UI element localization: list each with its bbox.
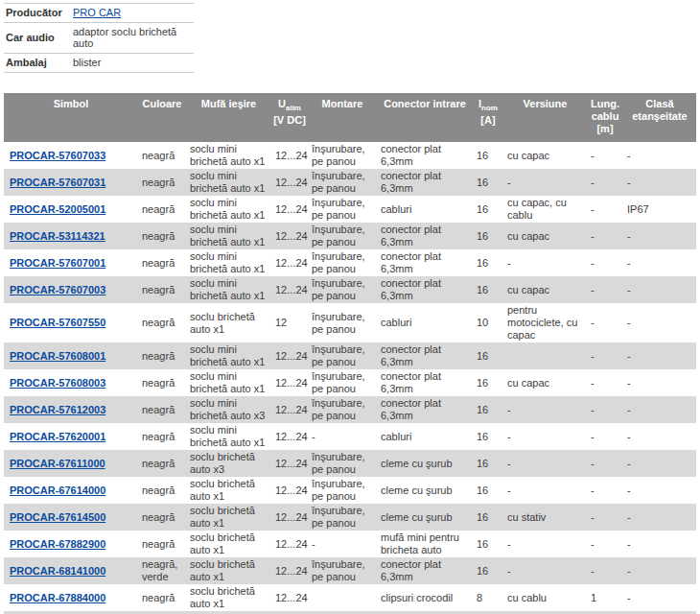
cell-culoare: neagră: [138, 276, 186, 303]
cell-mufa: soclu mini brichetă auto x1: [186, 423, 271, 450]
product-link[interactable]: PROCAR-67882900: [10, 538, 105, 550]
cell-conector: conector plat 6,3mm: [377, 276, 473, 303]
cell-montare: înşurubare, pe panou: [308, 142, 377, 169]
cell-clasa: -: [623, 223, 696, 249]
cell-versiune: cu capac: [503, 223, 587, 249]
cell-mufa: soclu brichetă auto x1: [186, 477, 271, 504]
product-link[interactable]: PROCAR-57612003: [10, 404, 105, 415]
cell-conector: mufă mini pentru bricheta auto: [377, 531, 473, 557]
cell-clasa: -: [623, 169, 696, 196]
product-link[interactable]: PROCAR-52005001: [10, 203, 105, 215]
cell-culoare: neagră: [138, 477, 186, 504]
product-link[interactable]: PROCAR-57608003: [10, 377, 105, 389]
cell-montare: înşurubare, pe panou: [308, 342, 377, 369]
cell-inom: 16: [473, 531, 503, 557]
product-link[interactable]: PROCAR-57607003: [10, 284, 105, 295]
table-row: PROCAR-57607550neagrăsoclu brichetă auto…: [4, 303, 696, 342]
cell-montare: înşurubare, pe panou: [308, 504, 377, 531]
cell-mufa: soclu mini brichetă auto x1: [186, 276, 271, 303]
cell-inom: 16: [473, 396, 503, 423]
cell-inom: 16: [473, 504, 503, 531]
col-header-inom: Inom[A]: [473, 93, 503, 142]
cell-clasa: -: [623, 142, 696, 169]
cell-culoare: neagră: [138, 504, 186, 531]
product-symbol-cell: PROCAR-57620001: [4, 423, 138, 450]
cell-montare: -: [308, 531, 377, 557]
cell-ualim: 12...24: [271, 584, 308, 611]
cell-culoare: neagră: [138, 196, 186, 223]
product-symbol-cell: PROCAR-67611000: [4, 450, 138, 477]
table-row: PROCAR-57607031neagrăsoclu mini brichetă…: [4, 169, 696, 196]
cell-inom: 16: [473, 276, 503, 303]
table-row: PROCAR-57607001neagrăsoclu mini brichetă…: [4, 249, 696, 276]
table-row: PROCAR-67614000neagrăsoclu brichetă auto…: [4, 477, 696, 504]
cell-ualim: 12...24: [271, 169, 308, 196]
product-link[interactable]: PROCAR-67884000: [10, 592, 105, 603]
product-link[interactable]: PROCAR-57620001: [10, 431, 105, 442]
cell-montare: înşurubare, pe panou: [308, 450, 377, 477]
cell-montare: înşurubare, pe panou: [308, 557, 377, 584]
cell-conector: conector plat 6,3mm: [377, 369, 473, 396]
cell-clasa: IP67: [623, 196, 696, 223]
cell-clasa: -: [623, 369, 696, 396]
cell-ualim: 12...24: [271, 504, 308, 531]
table-row: PROCAR-57607003neagrăsoclu mini brichetă…: [4, 276, 696, 303]
cell-versiune: cu stativ: [503, 504, 587, 531]
cell-ualim: 12...24: [271, 477, 308, 504]
product-link[interactable]: PROCAR-67614500: [10, 511, 105, 523]
cell-clasa: -: [623, 249, 696, 276]
cell-versiune: -: [503, 477, 587, 504]
product-link[interactable]: PROCAR-57607033: [10, 150, 105, 161]
cell-lung: -: [587, 303, 623, 342]
cell-montare: înşurubare, pe panou: [308, 303, 377, 342]
cell-versiune: -: [503, 396, 587, 423]
cell-montare: [308, 584, 377, 611]
cell-mufa: soclu mini brichetă auto x3: [186, 396, 271, 423]
cell-mufa: soclu mini brichetă auto x1: [186, 196, 271, 223]
product-link[interactable]: PROCAR-67611000: [10, 458, 105, 469]
product-link[interactable]: PROCAR-53114321: [10, 230, 105, 242]
cell-conector: cleme cu şurub: [377, 504, 473, 531]
table-row: PROCAR-67882900neagrăsoclu brichetă auto…: [4, 531, 696, 557]
cell-lung: -: [587, 423, 623, 450]
col-header-simbol: Simbol: [4, 93, 138, 142]
cell-culoare: neagră: [138, 342, 186, 369]
cell-conector: cabluri: [377, 303, 473, 342]
cell-inom: 8: [473, 584, 503, 611]
info-value-producator: PRO CAR: [71, 4, 194, 23]
cell-mufa: soclu mini brichetă auto x1: [186, 169, 271, 196]
product-link[interactable]: PROCAR-68141000: [10, 565, 105, 577]
info-row-ambalaj: Ambalaj blister: [4, 54, 194, 73]
cell-inom: 16: [473, 369, 503, 396]
cell-lung: -: [587, 342, 623, 369]
cell-inom: 16: [473, 450, 503, 477]
cell-inom: 16: [473, 249, 503, 276]
cell-lung: -: [587, 276, 623, 303]
cell-montare: înşurubare, pe panou: [308, 169, 377, 196]
table-row: PROCAR-57612003neagrăsoclu mini brichetă…: [4, 396, 696, 423]
cell-mufa: soclu mini brichetă auto x1: [186, 223, 271, 249]
table-row: PROCAR-67614500neagrăsoclu brichetă auto…: [4, 504, 696, 531]
manufacturer-link[interactable]: PRO CAR: [73, 7, 121, 18]
cell-lung: -: [587, 249, 623, 276]
product-symbol-cell: PROCAR-53114321: [4, 223, 138, 249]
product-link[interactable]: PROCAR-67614000: [10, 484, 105, 496]
cell-clasa: -: [623, 557, 696, 584]
product-link[interactable]: PROCAR-57608001: [10, 350, 105, 362]
info-label-car-audio: Car audio: [4, 23, 71, 54]
col-header-lung-cablu: Lung. cablu[m]: [587, 93, 623, 142]
cell-inom: 16: [473, 477, 503, 504]
col-header-versiune: Versiune: [503, 93, 587, 142]
info-value-car-audio: adaptor soclu brichetă auto: [71, 23, 194, 54]
table-row: PROCAR-57607033neagrăsoclu mini brichetă…: [4, 142, 696, 169]
cell-ualim: 12...24: [271, 276, 308, 303]
cell-ualim: 12...24: [271, 396, 308, 423]
product-symbol-cell: PROCAR-52005001: [4, 196, 138, 223]
info-label-producator: Producător: [4, 4, 71, 23]
product-link[interactable]: PROCAR-57607550: [10, 317, 105, 328]
cell-versiune: -: [503, 557, 587, 584]
table-header-row: Simbol Culoare Mufă ieşire Ualim[V DC] M…: [4, 93, 696, 142]
product-link[interactable]: PROCAR-57607031: [10, 177, 105, 188]
table-row: PROCAR-53114321neagrăsoclu mini brichetă…: [4, 223, 696, 249]
product-link[interactable]: PROCAR-57607001: [10, 257, 105, 269]
